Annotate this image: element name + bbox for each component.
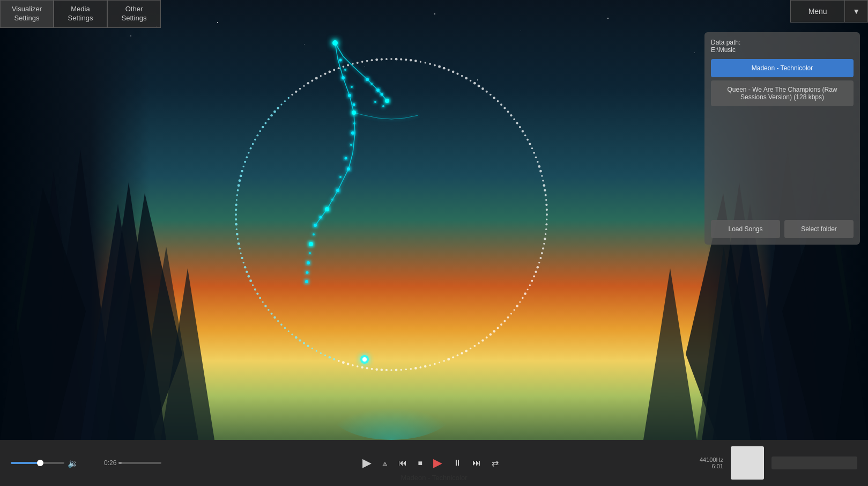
svg-point-251	[371, 59, 373, 61]
svg-point-177	[291, 334, 293, 336]
progress-fill	[118, 462, 122, 464]
play-button[interactable]: ▶	[360, 454, 374, 472]
svg-point-97	[541, 175, 543, 176]
svg-point-79	[497, 100, 499, 102]
svg-point-132	[493, 330, 495, 333]
svg-point-179	[284, 327, 286, 329]
svg-point-186	[262, 301, 264, 303]
svg-point-105	[546, 213, 548, 216]
svg-point-170	[320, 352, 322, 354]
svg-point-211	[238, 184, 240, 187]
svg-point-121	[527, 289, 529, 290]
svg-point-114	[539, 257, 541, 259]
song-list[interactable]: Madeon - Technicolor Queen - We Are The …	[711, 59, 854, 215]
tab-media-settings[interactable]: MediaSettings	[54, 0, 107, 28]
menu-area: Menu ▼	[790, 0, 868, 23]
svg-point-197	[240, 253, 242, 254]
svg-point-56	[395, 58, 398, 61]
svg-point-99	[543, 184, 545, 187]
svg-point-29	[314, 224, 317, 227]
svg-point-193	[246, 270, 248, 273]
svg-point-238	[311, 79, 313, 82]
svg-point-92	[533, 152, 535, 154]
svg-point-49	[370, 83, 373, 85]
svg-point-77	[489, 94, 492, 96]
svg-point-147	[429, 364, 431, 366]
svg-point-228	[273, 111, 276, 113]
select-folder-button[interactable]: Select folder	[784, 220, 854, 238]
svg-point-113	[541, 252, 543, 254]
svg-point-67	[448, 69, 450, 71]
svg-point-224	[262, 126, 264, 129]
svg-point-156	[385, 369, 388, 371]
svg-point-230	[280, 104, 282, 105]
tab-other-settings[interactable]: OtherSettings	[107, 0, 161, 28]
svg-point-254	[385, 58, 388, 60]
svg-point-108	[545, 229, 547, 230]
time-display: 0:26	[104, 459, 161, 467]
svg-point-209	[236, 194, 238, 196]
play-red-button[interactable]: ▶	[431, 454, 444, 472]
volume-track[interactable]	[11, 462, 64, 464]
svg-point-87	[522, 130, 524, 132]
svg-point-62	[425, 62, 426, 63]
svg-point-136	[478, 342, 480, 344]
svg-point-83	[510, 114, 512, 116]
volume-area: 🔉	[11, 458, 97, 468]
repeat-button[interactable]: ⟁	[380, 456, 390, 470]
svg-point-234	[295, 91, 297, 93]
shuffle-button[interactable]: ⇄	[489, 456, 501, 470]
menu-button[interactable]: Menu	[791, 1, 844, 22]
controls: ▶ ⟁ ⏮ ■ ▶ ⏸ ⏭ ⇄	[169, 454, 692, 472]
svg-point-32	[305, 280, 308, 283]
svg-point-159	[371, 368, 373, 370]
svg-point-188	[256, 293, 258, 295]
svg-point-134	[486, 336, 488, 338]
volume-thumb	[37, 460, 43, 466]
menu-dropdown-button[interactable]: ▼	[845, 1, 867, 22]
svg-point-101	[545, 194, 547, 196]
svg-point-181	[277, 320, 279, 322]
svg-point-43	[339, 176, 342, 178]
svg-point-128	[507, 316, 509, 319]
svg-point-61	[420, 61, 421, 63]
svg-point-139	[465, 350, 468, 352]
svg-point-123	[522, 297, 524, 299]
rewind-button[interactable]: ⏮	[396, 456, 409, 470]
svg-point-153	[400, 369, 402, 371]
load-songs-button[interactable]: Load Songs	[711, 220, 780, 238]
svg-point-246	[347, 64, 349, 67]
svg-point-182	[273, 316, 276, 319]
stop-button[interactable]: ■	[416, 456, 424, 469]
svg-point-116	[537, 266, 539, 269]
svg-point-50	[381, 93, 383, 96]
svg-point-39	[353, 104, 355, 106]
svg-point-30	[309, 242, 313, 246]
tab-visualizer-settings[interactable]: VisualizerSettings	[0, 0, 54, 28]
pause-button[interactable]: ⏸	[451, 456, 464, 470]
song-item-1[interactable]: Madeon - Technicolor	[711, 59, 854, 77]
svg-point-205	[235, 213, 237, 216]
total-time: 6:01	[700, 463, 723, 469]
svg-point-25	[351, 131, 354, 135]
svg-point-143	[447, 358, 450, 360]
svg-point-173	[307, 345, 309, 348]
svg-point-221	[254, 139, 256, 141]
progress-track[interactable]	[118, 462, 161, 464]
fast-forward-button[interactable]: ⏭	[470, 456, 483, 470]
svg-point-213	[240, 175, 242, 178]
svg-point-115	[538, 262, 540, 263]
svg-point-148	[424, 365, 426, 367]
svg-point-164	[347, 363, 350, 365]
svg-point-150	[414, 367, 417, 370]
svg-point-133	[489, 333, 492, 336]
svg-point-98	[542, 180, 544, 182]
song-item-2[interactable]: Queen - We Are The Champions (Raw Sessio…	[711, 80, 854, 106]
svg-point-65	[438, 65, 441, 68]
svg-point-144	[443, 360, 445, 362]
svg-point-60	[414, 60, 417, 62]
svg-point-122	[524, 292, 526, 295]
svg-point-80	[500, 104, 502, 106]
svg-point-47	[309, 252, 311, 254]
svg-point-235	[299, 88, 301, 90]
